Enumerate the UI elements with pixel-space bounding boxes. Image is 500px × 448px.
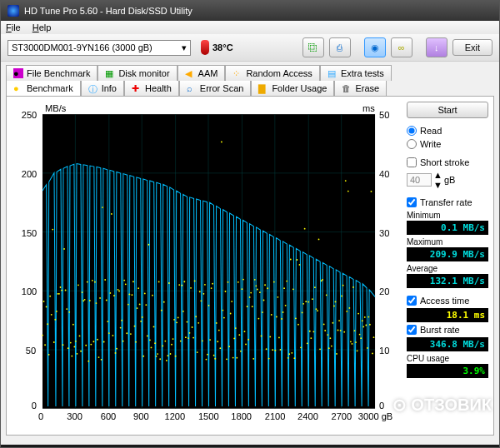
svg-point-67 [111, 213, 112, 215]
svg-point-14 [43, 301, 45, 302]
svg-point-102 [156, 356, 158, 357]
svg-point-150 [217, 341, 218, 342]
svg-point-94 [145, 304, 147, 306]
svg-point-17 [47, 323, 48, 325]
tab-disk-monitor[interactable]: ▦Disk monitor [98, 65, 177, 81]
svg-point-210 [293, 357, 295, 359]
svg-point-207 [290, 259, 292, 261]
svg-point-161 [231, 301, 232, 302]
tab-health[interactable]: ✚Health [124, 81, 179, 96]
svg-point-19 [49, 296, 51, 297]
tab-file-benchmark[interactable]: ●File Benchmark [6, 65, 98, 81]
svg-point-15 [44, 344, 46, 346]
svg-point-76 [122, 341, 124, 342]
svg-text:0: 0 [32, 401, 37, 411]
folder-icon: ▇ [258, 83, 268, 93]
svg-point-269 [369, 324, 371, 326]
tab-info[interactable]: ⓘInfo [81, 81, 124, 96]
svg-point-31 [65, 290, 67, 291]
svg-point-204 [286, 281, 288, 282]
access-time-check[interactable]: Access time [407, 295, 488, 306]
svg-point-166 [238, 281, 239, 283]
svg-point-116 [173, 319, 175, 321]
tab-erase[interactable]: 🗑Erase [334, 81, 387, 96]
svg-point-140 [204, 284, 206, 286]
svg-point-73 [118, 291, 120, 292]
svg-text:600: 600 [101, 411, 117, 421]
tab-random-access[interactable]: ⁘Random Access [225, 65, 319, 81]
tab-extra-tests[interactable]: ▤Extra tests [320, 65, 392, 81]
svg-point-267 [367, 347, 368, 349]
svg-point-230 [319, 348, 321, 350]
svg-point-173 [247, 306, 248, 307]
tab-error-scan[interactable]: ⌕Error Scan [179, 81, 252, 96]
svg-point-30 [63, 248, 65, 250]
toolbar-save-button[interactable]: ↓ [426, 37, 448, 57]
svg-point-242 [335, 301, 337, 302]
transfer-rate-check[interactable]: Transfer rate [407, 197, 488, 208]
svg-point-223 [310, 337, 312, 339]
svg-point-29 [62, 344, 64, 346]
svg-point-264 [362, 326, 364, 328]
start-button[interactable]: Start [407, 102, 488, 118]
menubar: File Help [1, 21, 499, 34]
svg-point-228 [317, 310, 318, 311]
short-stroke-spinner[interactable]: ▲▼ gB [407, 170, 488, 190]
short-stroke-check[interactable]: Short stroke [407, 157, 488, 168]
tab-benchmark[interactable]: ●Benchmark [6, 81, 81, 96]
svg-point-159 [228, 346, 230, 347]
svg-point-243 [336, 353, 338, 355]
drive-select[interactable]: ST3000DM001-9YN166 (3000 gB) ▾ [8, 40, 191, 56]
tab-folder-usage[interactable]: ▇Folder Usage [251, 81, 334, 96]
svg-point-43 [80, 351, 82, 352]
svg-point-219 [305, 301, 307, 302]
svg-point-162 [232, 357, 234, 359]
stat-access-val: 18.1 ms [407, 308, 488, 322]
menu-file[interactable]: File [6, 22, 21, 32]
svg-text:1500: 1500 [198, 411, 219, 421]
svg-point-62 [104, 279, 106, 281]
write-radio[interactable]: Write [407, 138, 488, 150]
svg-point-98 [151, 346, 152, 348]
burst-rate-check[interactable]: Burst rate [407, 324, 488, 336]
svg-point-180 [255, 285, 257, 286]
exit-button[interactable]: Exit [452, 39, 492, 56]
svg-point-45 [82, 300, 84, 301]
svg-point-40 [77, 353, 78, 355]
svg-point-107 [162, 346, 163, 347]
svg-point-148 [214, 358, 216, 360]
menu-help[interactable]: Help [32, 22, 52, 32]
svg-point-144 [209, 339, 211, 341]
toolbar-link-button[interactable]: ∞ [391, 37, 412, 57]
svg-point-42 [79, 335, 81, 336]
stat-maximum: Maximum209.9 MB/s [407, 236, 488, 261]
svg-point-131 [192, 337, 194, 339]
toolbar-snapshot-button[interactable]: ◉ [364, 37, 386, 57]
svg-point-146 [212, 283, 213, 285]
svg-point-160 [230, 313, 232, 315]
search-icon: ⌕ [187, 83, 197, 93]
toolbar-copy-button[interactable]: ⿻ [302, 37, 324, 57]
svg-point-50 [89, 300, 91, 301]
svg-point-179 [254, 279, 256, 281]
read-radio[interactable]: Read [407, 125, 488, 137]
svg-point-54 [94, 281, 96, 283]
toolbar-screenshot-button[interactable]: ⎙ [329, 37, 351, 57]
svg-point-195 [274, 350, 276, 351]
svg-point-203 [285, 305, 287, 306]
svg-text:2400: 2400 [298, 411, 318, 421]
svg-point-249 [343, 331, 345, 333]
svg-point-108 [163, 301, 165, 303]
svg-point-97 [149, 339, 151, 341]
photo-icon: ◉ [371, 42, 379, 53]
svg-point-240 [332, 322, 333, 324]
svg-point-24 [56, 311, 58, 312]
svg-point-78 [125, 283, 127, 285]
download-icon: ↓ [434, 42, 439, 52]
svg-text:40: 40 [379, 169, 389, 179]
svg-point-49 [88, 361, 89, 362]
svg-text:3000 gB: 3000 gB [358, 411, 392, 421]
svg-point-169 [242, 288, 243, 290]
tab-aam[interactable]: ◀AAM [178, 65, 226, 81]
svg-point-259 [357, 350, 358, 351]
